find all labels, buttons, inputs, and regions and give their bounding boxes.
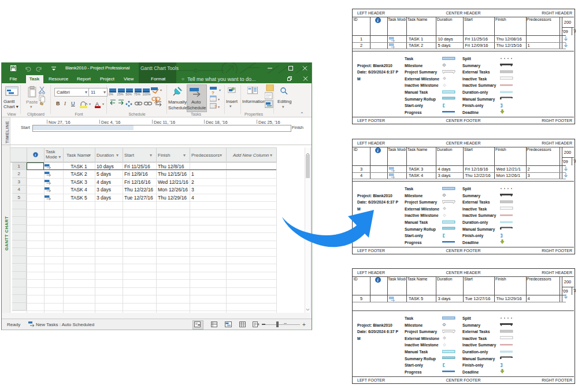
svg-text:▾: ▾ bbox=[102, 102, 104, 106]
svg-text:▾: ▾ bbox=[219, 88, 221, 92]
svg-text:?: ? bbox=[214, 105, 217, 109]
svg-text:▾: ▾ bbox=[160, 88, 162, 92]
svg-text:A: A bbox=[95, 101, 99, 107]
svg-text:?: ? bbox=[212, 90, 214, 95]
svg-text:▾: ▾ bbox=[218, 98, 220, 101]
svg-text:i: i bbox=[35, 153, 36, 157]
svg-text:▾: ▾ bbox=[218, 105, 220, 109]
svg-text:▾: ▾ bbox=[89, 102, 91, 106]
